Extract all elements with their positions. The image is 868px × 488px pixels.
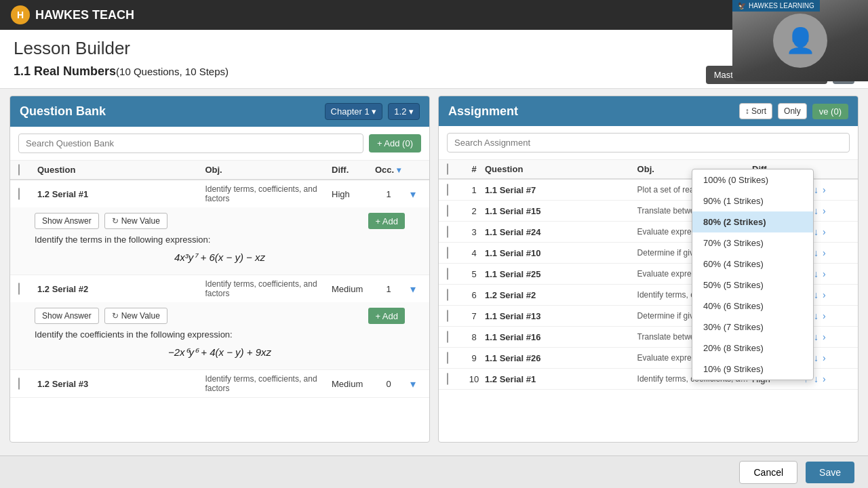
- q2-detail: Show Answer ↻ New Value + Add Identify t…: [10, 302, 429, 369]
- assignment-header: Assignment ↕ Sort Only ve (0): [439, 96, 858, 126]
- mastery-dropdown-menu: 100% (0 Strikes) 90% (1 Strikes) 80% (2 …: [692, 169, 814, 380]
- a3-expand-button[interactable]: ›: [823, 226, 826, 237]
- bottom-bar: Cancel Save: [0, 455, 868, 488]
- assignment-sort-controls: ↕ Sort Only ve (0): [739, 103, 848, 119]
- sort-button[interactable]: ↕ Sort: [739, 103, 772, 119]
- col-occ-label: Occ. ▾: [375, 165, 402, 175]
- video-thumbnail: 👤 🦅 HAWKES LEARNING: [732, 0, 868, 81]
- page-subtitle: 1.1 Real Numbers(10 Questions, 10 Steps): [14, 64, 229, 79]
- a4-checkbox[interactable]: [447, 247, 448, 259]
- a9-num: 9: [466, 353, 482, 363]
- a2-num: 2: [466, 206, 482, 216]
- a2-checkbox[interactable]: [447, 205, 448, 217]
- assignment-search-input[interactable]: [447, 133, 850, 152]
- page-title: Lesson Builder: [14, 38, 854, 59]
- q3-checkbox[interactable]: [18, 378, 20, 390]
- assign-col-num: #: [466, 164, 482, 174]
- a8-num: 8: [466, 332, 482, 342]
- q2-diff: Medium: [332, 284, 372, 294]
- video-person-avatar: 👤: [773, 14, 827, 68]
- a8-question: 1.1 Serial #16: [485, 332, 635, 342]
- mastery-option-50[interactable]: 50% (5 Strikes): [692, 274, 813, 296]
- chapter-select[interactable]: Chapter 1 ▾: [325, 103, 383, 120]
- select-all-checkbox[interactable]: [18, 164, 20, 176]
- q1-math-expr: 4x³y⁷ + 6(x − y) − xz: [35, 249, 405, 266]
- mastery-option-60[interactable]: 60% (4 Strikes): [692, 253, 813, 274]
- mode-button[interactable]: Only: [778, 103, 807, 119]
- add-questions-button[interactable]: + Add (0): [369, 134, 421, 152]
- q1-add-button[interactable]: + Add: [368, 213, 405, 229]
- logo-icon: H: [11, 5, 30, 24]
- mastery-option-10[interactable]: 10% (9 Strikes): [692, 359, 813, 380]
- q1-occ: 1: [375, 189, 402, 199]
- a2-expand-button[interactable]: ›: [823, 205, 826, 216]
- q1-detail: Show Answer ↻ New Value + Add Identify t…: [10, 207, 429, 274]
- a6-checkbox[interactable]: [447, 289, 448, 301]
- question-bank-panel: Question Bank Chapter 1 ▾ 1.2 ▾ + Add (0…: [9, 96, 430, 443]
- q2-show-answer-button[interactable]: Show Answer: [35, 308, 99, 324]
- a10-expand-button[interactable]: ›: [823, 373, 826, 384]
- mastery-option-90[interactable]: 90% (1 Strikes): [692, 190, 813, 211]
- assign-col-question: Question: [485, 164, 635, 174]
- a4-expand-button[interactable]: ›: [823, 247, 826, 258]
- a6-num: 6: [466, 290, 482, 300]
- q3-name: 1.2 Serial #3: [37, 379, 202, 389]
- a3-checkbox[interactable]: [447, 226, 448, 238]
- assignment-search-bar: [439, 126, 858, 160]
- q1-new-value-button[interactable]: ↻ New Value: [104, 213, 167, 229]
- a9-checkbox[interactable]: [447, 352, 448, 364]
- mastery-option-70[interactable]: 70% (3 Strikes): [692, 232, 813, 253]
- occ-sort-icon[interactable]: ▾: [397, 165, 401, 175]
- a5-num: 5: [466, 269, 482, 279]
- q2-new-value-button[interactable]: ↻ New Value: [104, 308, 167, 324]
- q1-name: 1.2 Serial #1: [37, 189, 202, 199]
- cancel-button[interactable]: Cancel: [739, 461, 797, 484]
- q2-expand-button[interactable]: ▾: [405, 283, 421, 296]
- q1-expand-button[interactable]: ▾: [405, 188, 421, 201]
- a10-checkbox[interactable]: [447, 373, 448, 385]
- assignment-title: Assignment: [448, 104, 518, 119]
- a6-question: 1.2 Serial #2: [485, 290, 635, 300]
- q1-checkbox[interactable]: [18, 188, 20, 200]
- q2-add-button[interactable]: + Add: [368, 308, 405, 324]
- a7-expand-button[interactable]: ›: [823, 310, 826, 321]
- mastery-option-80[interactable]: 80% (2 Strikes): [692, 211, 813, 232]
- col-obj-label: Obj.: [205, 165, 329, 175]
- a1-expand-button[interactable]: ›: [823, 184, 826, 195]
- a10-question: 1.2 Serial #1: [485, 374, 635, 384]
- q1-show-answer-button[interactable]: Show Answer: [35, 213, 99, 229]
- col-diff-label: Diff.: [332, 165, 372, 175]
- table-row: 1.2 Serial #1 Identify terms, coefficien…: [10, 180, 429, 275]
- a5-expand-button[interactable]: ›: [823, 268, 826, 279]
- a8-checkbox[interactable]: [447, 331, 448, 343]
- q1-diff: High: [332, 189, 372, 199]
- mastery-option-30[interactable]: 30% (7 Strikes): [692, 317, 813, 338]
- question-bank-search-input[interactable]: [18, 134, 363, 153]
- a4-num: 4: [466, 248, 482, 258]
- a1-num: 1: [466, 185, 482, 195]
- a6-expand-button[interactable]: ›: [823, 289, 826, 300]
- a5-checkbox[interactable]: [447, 268, 448, 280]
- assign-select-all[interactable]: [447, 163, 448, 175]
- a8-expand-button[interactable]: ›: [823, 331, 826, 342]
- q2-checkbox[interactable]: [18, 283, 20, 295]
- mastery-option-100[interactable]: 100% (0 Strikes): [692, 169, 813, 190]
- a10-num: 10: [466, 374, 482, 384]
- question-bank-table-header: Question Obj. Diff. Occ. ▾: [10, 161, 429, 180]
- a9-expand-button[interactable]: ›: [823, 352, 826, 363]
- q3-expand-button[interactable]: ▾: [405, 378, 421, 390]
- save-count-button[interactable]: ve (0): [812, 104, 848, 119]
- table-row: 1.2 Serial #3 Identify terms, coefficien…: [10, 370, 429, 398]
- question-bank-title: Question Bank: [20, 104, 106, 119]
- section-select[interactable]: 1.2 ▾: [388, 103, 420, 120]
- mastery-option-20[interactable]: 20% (8 Strikes): [692, 338, 813, 359]
- q1-question-text: Identify the terms in the following expr…: [35, 235, 405, 245]
- mastery-option-40[interactable]: 40% (6 Strikes): [692, 296, 813, 317]
- a7-num: 7: [466, 311, 482, 321]
- save-button[interactable]: Save: [806, 462, 854, 483]
- a5-question: 1.1 Serial #25: [485, 269, 635, 279]
- hawkes-logo-overlay: 🦅 HAWKES LEARNING: [732, 0, 820, 12]
- chapter-controls: Chapter 1 ▾ 1.2 ▾: [325, 103, 420, 120]
- a1-checkbox[interactable]: [447, 184, 448, 196]
- a7-checkbox[interactable]: [447, 310, 448, 322]
